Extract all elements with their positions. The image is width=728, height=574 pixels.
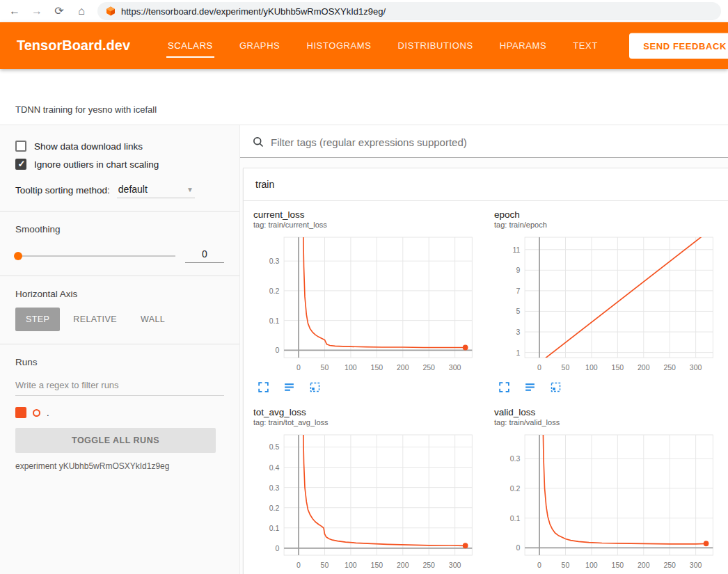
- experiment-title: TDNN training for yesno with icefall: [15, 104, 157, 115]
- svg-text:150: 150: [612, 561, 624, 569]
- ignore-outliers-row[interactable]: Ignore outliers in chart scaling: [15, 159, 224, 170]
- svg-text:0.2: 0.2: [269, 503, 280, 511]
- svg-text:0.5: 0.5: [269, 443, 280, 451]
- divider: [0, 344, 239, 344]
- line-chart: 05010015020025030000.10.20.3: [253, 233, 477, 376]
- svg-text:300: 300: [449, 363, 461, 372]
- svg-text:11: 11: [512, 246, 520, 254]
- smoothing-slider[interactable]: [15, 255, 175, 257]
- svg-text:9: 9: [516, 266, 521, 274]
- url-text: https://tensorboard.dev/experiment/yKUbh…: [121, 6, 386, 17]
- tab-hparams[interactable]: HPARAMS: [498, 33, 548, 58]
- fullscreen-icon[interactable]: [498, 381, 510, 393]
- svg-text:250: 250: [663, 561, 676, 569]
- svg-text:0.3: 0.3: [510, 454, 521, 463]
- svg-text:3: 3: [516, 328, 521, 336]
- run-checkbox[interactable]: [15, 407, 26, 418]
- svg-text:0.3: 0.3: [269, 483, 280, 491]
- svg-text:200: 200: [397, 363, 409, 372]
- data-series-icon[interactable]: [283, 381, 295, 393]
- fit-domain-icon[interactable]: [550, 381, 562, 393]
- address-bar[interactable]: https://tensorboard.dev/experiment/yKUbh…: [97, 2, 721, 20]
- divider: [0, 211, 239, 212]
- fullscreen-icon[interactable]: [258, 381, 269, 393]
- chart-tag: tag: train/epoch: [494, 221, 718, 229]
- show-download-links-row[interactable]: Show data download links: [15, 141, 224, 152]
- tooltip-sorting-select[interactable]: default ▼: [117, 182, 195, 198]
- tab-text[interactable]: TEXT: [571, 33, 599, 58]
- chart-card: epoch tag: train/epoch 05010015020025030…: [489, 209, 724, 393]
- svg-text:100: 100: [345, 363, 357, 372]
- app-header: TensorBoard.dev SCALARSGRAPHSHISTOGRAMSD…: [0, 22, 728, 69]
- fit-domain-icon[interactable]: [309, 381, 321, 393]
- svg-text:0.4: 0.4: [269, 463, 280, 471]
- axis-option-relative[interactable]: RELATIVE: [63, 308, 127, 331]
- tab-distributions[interactable]: DISTRIBUTIONS: [397, 33, 475, 58]
- svg-text:50: 50: [562, 561, 570, 569]
- tab-histograms[interactable]: HISTOGRAMS: [305, 33, 372, 58]
- svg-text:50: 50: [321, 363, 329, 372]
- svg-text:100: 100: [345, 561, 357, 569]
- chart-card: tot_avg_loss tag: train/tot_avg_loss 050…: [248, 407, 483, 574]
- line-chart: 05010015020025030000.10.20.30.40.5: [253, 431, 477, 573]
- svg-text:0: 0: [296, 561, 301, 569]
- chart-tag: tag: train/tot_avg_loss: [253, 418, 477, 426]
- section-title: train: [255, 179, 274, 190]
- tooltip-sorting-row: Tooltip sorting method: default ▼: [15, 182, 224, 198]
- runs-label: Runs: [15, 357, 224, 367]
- smoothing-value[interactable]: 0: [185, 248, 224, 263]
- chevron-down-icon: ▼: [187, 186, 193, 193]
- runs-filter-input[interactable]: [15, 374, 224, 396]
- svg-text:1: 1: [516, 348, 521, 356]
- svg-text:300: 300: [690, 363, 702, 372]
- tooltip-sorting-value: default: [118, 184, 148, 195]
- svg-text:200: 200: [638, 561, 650, 569]
- site-favicon: [106, 6, 116, 16]
- svg-text:200: 200: [638, 363, 650, 372]
- svg-text:0: 0: [276, 346, 280, 354]
- tag-filter[interactable]: Filter tags (regular expressions support…: [240, 125, 728, 158]
- smoothing-slider-thumb[interactable]: [14, 252, 22, 260]
- svg-text:50: 50: [562, 363, 570, 372]
- chart-title: tot_avg_loss: [253, 407, 477, 417]
- svg-text:300: 300: [449, 561, 461, 569]
- chart-title: valid_loss: [494, 407, 718, 417]
- chart-card: current_loss tag: train/current_loss 050…: [248, 209, 483, 393]
- nav-tabs: SCALARSGRAPHSHISTOGRAMSDISTRIBUTIONSHPAR…: [166, 22, 599, 69]
- smoothing-label: Smoothing: [15, 224, 224, 234]
- tab-scalars[interactable]: SCALARS: [166, 33, 214, 58]
- forward-icon[interactable]: →: [31, 6, 43, 17]
- ignore-outliers-checkbox[interactable]: [15, 159, 26, 170]
- show-download-links-checkbox[interactable]: [15, 141, 26, 152]
- settings-sidebar: Show data download links Ignore outliers…: [0, 125, 240, 574]
- svg-text:0.1: 0.1: [510, 513, 521, 522]
- svg-text:250: 250: [422, 561, 435, 569]
- axis-option-wall[interactable]: WALL: [130, 308, 175, 331]
- chart-actions: [494, 381, 718, 393]
- back-icon[interactable]: ←: [8, 6, 21, 17]
- app-logo: TensorBoard.dev: [17, 38, 130, 54]
- svg-text:250: 250: [663, 363, 676, 372]
- search-icon: [252, 136, 264, 148]
- svg-text:250: 250: [422, 363, 435, 372]
- svg-text:0: 0: [537, 363, 541, 372]
- chart-actions: [253, 381, 477, 393]
- ignore-outliers-label: Ignore outliers in chart scaling: [34, 159, 159, 170]
- toggle-all-runs-button[interactable]: TOGGLE ALL RUNS: [15, 428, 216, 453]
- experiment-note: experiment yKUbhb5wRmOSXYkId1z9eg: [15, 461, 224, 471]
- chart-card: valid_loss tag: train/valid_loss 0501001…: [489, 407, 724, 574]
- home-icon[interactable]: ⌂: [75, 6, 88, 17]
- axis-option-step[interactable]: STEP: [15, 308, 60, 331]
- tooltip-sorting-label: Tooltip sorting method:: [15, 185, 110, 196]
- tab-graphs[interactable]: GRAPHS: [238, 33, 282, 58]
- line-chart: 0501001502002503001357911: [494, 233, 718, 376]
- chart-title: epoch: [494, 209, 718, 220]
- send-feedback-button[interactable]: SEND FEEDBACK: [629, 33, 728, 58]
- section-header-train[interactable]: train: [244, 168, 728, 201]
- data-series-icon[interactable]: [524, 381, 536, 393]
- svg-text:150: 150: [371, 561, 383, 569]
- reload-icon[interactable]: ⟳: [53, 6, 65, 17]
- run-row[interactable]: .: [15, 407, 224, 418]
- svg-text:0.3: 0.3: [269, 257, 280, 265]
- subheader: TDNN training for yesno with icefall: [0, 69, 728, 125]
